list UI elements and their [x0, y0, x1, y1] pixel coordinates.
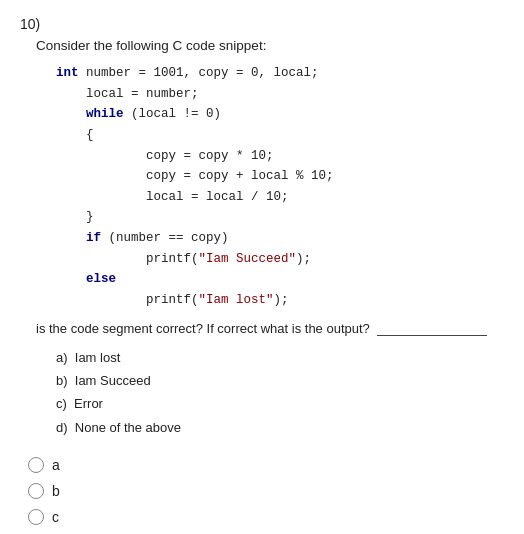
question-number: 10) — [20, 16, 504, 32]
radio-group: a b c d — [28, 457, 504, 534]
radio-item-c[interactable]: c — [28, 509, 504, 525]
radio-circle-b[interactable] — [28, 483, 44, 499]
radio-item-b[interactable]: b — [28, 483, 504, 499]
radio-circle-a[interactable] — [28, 457, 44, 473]
radio-label-b: b — [52, 483, 60, 499]
question-intro: Consider the following C code snippet: — [36, 38, 504, 53]
radio-label-c: c — [52, 509, 59, 525]
option-c: c) Error — [56, 392, 504, 415]
options-list: a) Iam lost b) Iam Succeed c) Error d) N… — [56, 346, 504, 440]
radio-label-a: a — [52, 457, 60, 473]
follow-text: is the code segment correct? If correct … — [36, 321, 504, 336]
radio-circle-c[interactable] — [28, 509, 44, 525]
option-d: d) None of the above — [56, 416, 504, 439]
option-b: b) Iam Succeed — [56, 369, 504, 392]
code-block: int number = 1001, copy = 0, local; loca… — [56, 63, 504, 311]
radio-item-a[interactable]: a — [28, 457, 504, 473]
option-a: a) Iam lost — [56, 346, 504, 369]
